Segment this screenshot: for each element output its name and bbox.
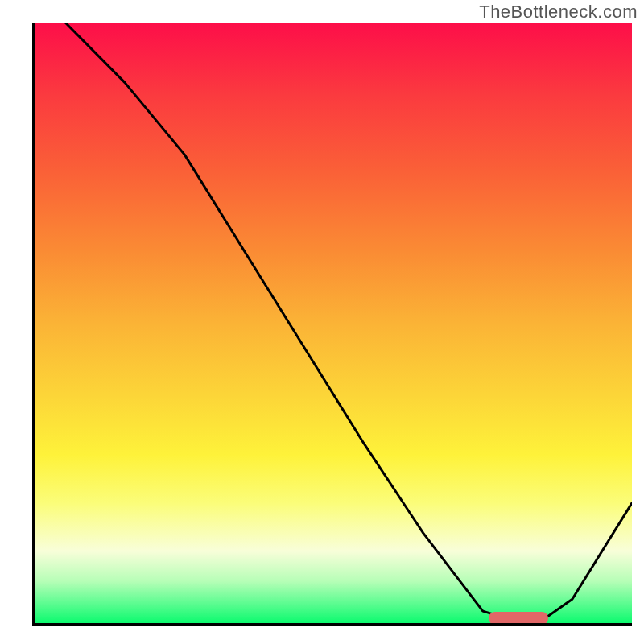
mismatch-curve xyxy=(35,23,632,623)
watermark-text: TheBottleneck.com xyxy=(479,2,638,23)
optimal-range-marker xyxy=(489,612,548,623)
chart-plot-area xyxy=(35,23,632,623)
chart-axes xyxy=(32,23,632,626)
